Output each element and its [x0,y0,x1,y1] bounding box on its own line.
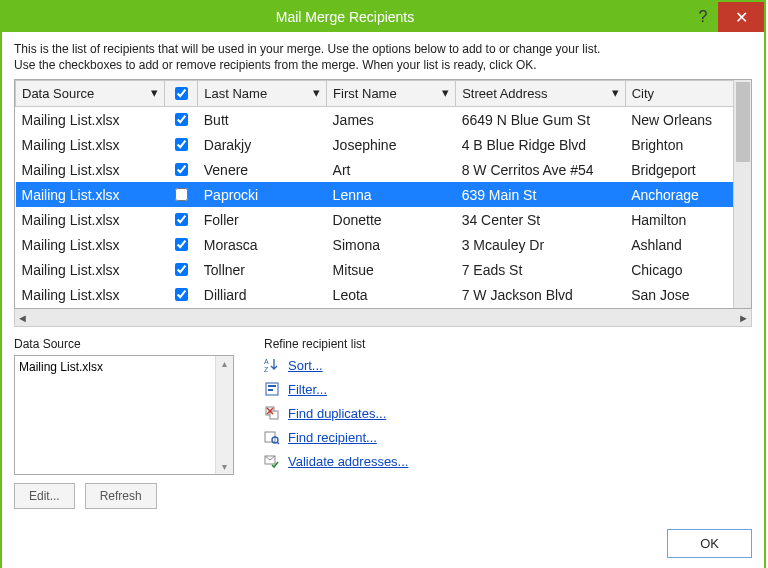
scrollbar-thumb[interactable] [736,82,750,162]
cell-first-name: Art [327,157,456,182]
cell-last-name: Foller [198,207,327,232]
validate-link[interactable]: Validate addresses... [288,454,408,469]
row-checkbox[interactable] [175,163,188,176]
cell-first-name: Mitsue [327,257,456,282]
find-duplicates-link[interactable]: Find duplicates... [288,406,386,421]
cell-first-name: James [327,107,456,133]
cell-first-name: Lenna [327,182,456,207]
cell-street-address: 7 Eads St [456,257,626,282]
cell-last-name: Venere [198,157,327,182]
table-row[interactable]: Mailing List.xlsxButtJames6649 N Blue Gu… [16,107,753,133]
cell-last-name: Butt [198,107,327,133]
vertical-scrollbar[interactable] [733,80,751,308]
cell-data-source: Mailing List.xlsx [16,232,165,257]
scroll-left-icon[interactable]: ◄ [17,312,28,324]
sort-link[interactable]: Sort... [288,358,323,373]
cell-last-name: Paprocki [198,182,327,207]
row-checkbox[interactable] [175,288,188,301]
table-row[interactable]: Mailing List.xlsxPaprockiLenna639 Main S… [16,182,753,207]
cell-first-name: Simona [327,232,456,257]
svg-text:A: A [264,358,269,365]
filter-link[interactable]: Filter... [288,382,327,397]
instructions-text: This is the list of recipients that will… [14,42,752,73]
cell-street-address: 6649 N Blue Gum St [456,107,626,133]
cell-data-source: Mailing List.xlsx [16,182,165,207]
svg-text:Z: Z [264,366,269,373]
cell-data-source: Mailing List.xlsx [16,157,165,182]
refine-label: Refine recipient list [264,337,408,351]
listbox-scrollbar[interactable]: ▴ ▾ [215,356,233,474]
find-recipient-icon [264,429,280,445]
col-data-source[interactable]: Data Source ▾ [16,81,165,107]
dialog-window: Mail Merge Recipients ? ✕ This is the li… [0,0,766,568]
cell-data-source: Mailing List.xlsx [16,132,165,157]
data-source-label: Data Source [14,337,234,351]
svg-rect-4 [268,389,273,391]
cell-street-address: 34 Center St [456,207,626,232]
col-first-name[interactable]: First Name ▾ [327,81,456,107]
close-button[interactable]: ✕ [718,2,764,32]
cell-last-name: Tollner [198,257,327,282]
table-row[interactable]: Mailing List.xlsxDilliardLeota7 W Jackso… [16,282,753,307]
cell-street-address: 8 W Cerritos Ave #54 [456,157,626,182]
cell-street-address: 4 B Blue Ridge Blvd [456,132,626,157]
cell-last-name: Dilliard [198,282,327,307]
cell-first-name: Donette [327,207,456,232]
table-row[interactable]: Mailing List.xlsxFollerDonette34 Center … [16,207,753,232]
cell-street-address: 3 Mcauley Dr [456,232,626,257]
cell-street-address: 639 Main St [456,182,626,207]
recipients-grid: Data Source ▾ Last Name ▾ First Name [14,79,752,309]
scroll-up-icon[interactable]: ▴ [222,358,227,369]
scroll-down-icon[interactable]: ▾ [222,461,227,472]
cell-first-name: Josephine [327,132,456,157]
instructions-line1: This is the list of recipients that will… [14,42,600,56]
dropdown-icon[interactable]: ▾ [151,85,158,100]
table-row[interactable]: Mailing List.xlsxTollnerMitsue7 Eads StC… [16,257,753,282]
scroll-right-icon[interactable]: ► [738,312,749,324]
row-checkbox[interactable] [175,138,188,151]
find-duplicates-icon [264,405,280,421]
cell-data-source: Mailing List.xlsx [16,107,165,133]
row-checkbox[interactable] [175,263,188,276]
dropdown-icon[interactable]: ▾ [612,85,619,100]
dropdown-icon[interactable]: ▾ [313,85,320,100]
filter-icon [264,381,280,397]
sort-icon: AZ [264,357,280,373]
svg-rect-3 [268,385,276,387]
table-row[interactable]: Mailing List.xlsxDarakjyJosephine4 B Blu… [16,132,753,157]
table-row[interactable]: Mailing List.xlsxVenereArt8 W Cerritos A… [16,157,753,182]
refresh-button[interactable]: Refresh [85,483,157,509]
row-checkbox[interactable] [175,188,188,201]
svg-line-11 [277,442,279,444]
cell-data-source: Mailing List.xlsx [16,207,165,232]
data-source-listbox[interactable]: Mailing List.xlsx ▴ ▾ [14,355,234,475]
titlebar: Mail Merge Recipients ? ✕ [2,2,764,32]
cell-first-name: Leota [327,282,456,307]
table-row[interactable]: Mailing List.xlsxMorascaSimona3 Mcauley … [16,232,753,257]
instructions-line2: Use the checkboxes to add or remove reci… [14,58,537,72]
edit-button[interactable]: Edit... [14,483,75,509]
row-checkbox[interactable] [175,213,188,226]
row-checkbox[interactable] [175,113,188,126]
col-checkbox[interactable] [165,81,198,107]
cell-data-source: Mailing List.xlsx [16,282,165,307]
cell-last-name: Darakjy [198,132,327,157]
validate-icon [264,453,280,469]
cell-street-address: 7 W Jackson Blvd [456,282,626,307]
col-street-address[interactable]: Street Address ▾ [456,81,626,107]
ok-button[interactable]: OK [667,529,752,558]
col-last-name[interactable]: Last Name ▾ [198,81,327,107]
row-checkbox[interactable] [175,238,188,251]
find-recipient-link[interactable]: Find recipient... [288,430,377,445]
dropdown-icon[interactable]: ▾ [442,85,449,100]
select-all-checkbox[interactable] [175,87,188,100]
horizontal-scrollbar[interactable]: ◄ ► [14,309,752,327]
help-button[interactable]: ? [688,2,718,32]
cell-data-source: Mailing List.xlsx [16,257,165,282]
data-source-item[interactable]: Mailing List.xlsx [19,360,229,374]
cell-last-name: Morasca [198,232,327,257]
window-title: Mail Merge Recipients [2,9,688,25]
